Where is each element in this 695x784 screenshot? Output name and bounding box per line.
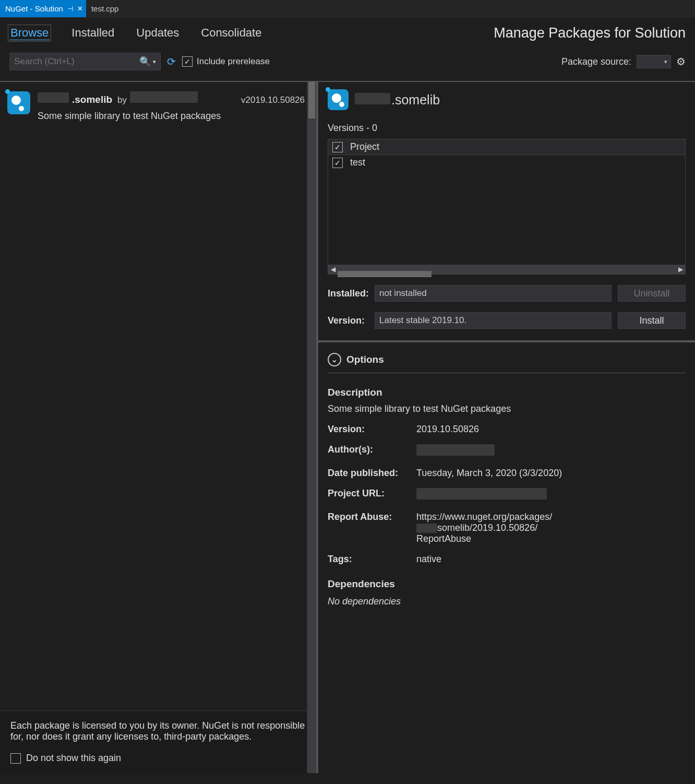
meta-abuse-link[interactable]: https://www.nuget.org/packages/ somelib/… (416, 512, 686, 544)
tab-test-cpp[interactable]: test.cpp (86, 0, 124, 17)
redacted-author (130, 91, 198, 103)
uninstall-button[interactable]: Uninstall (618, 285, 686, 302)
select-all-checkbox[interactable] (332, 142, 343, 152)
options-expander[interactable]: ⌄ Options (328, 353, 686, 366)
package-detail-pane: .somelib Versions - 0 Project test ◀ ▶ I… (318, 82, 695, 773)
search-input[interactable]: 🔍 ▾ (9, 53, 161, 70)
project-table: Project test ◀ ▶ (328, 139, 686, 275)
dont-show-label: Do not show this again (26, 753, 121, 764)
description-text: Some simple library to test NuGet packag… (328, 403, 686, 414)
checkbox-icon[interactable] (182, 56, 193, 67)
close-icon[interactable]: ✕ (77, 5, 83, 13)
meta-tags-key: Tags: (328, 554, 416, 565)
package-icon (328, 89, 349, 110)
package-item[interactable]: .somelib by v2019.10.50826 Some simple l… (0, 82, 312, 131)
license-text: Each package is licensed to you by its o… (10, 720, 306, 742)
tab-label: test.cpp (91, 4, 119, 13)
dependencies-heading: Dependencies (328, 578, 686, 590)
nav-consolidate[interactable]: Consolidate (201, 26, 261, 40)
project-checkbox[interactable] (332, 158, 343, 168)
options-label: Options (346, 354, 384, 365)
detail-header: .somelib (328, 89, 686, 110)
meta-authors-value (416, 444, 686, 458)
project-name: test (350, 157, 365, 168)
meta-date-value: Tuesday, March 3, 2020 (3/3/2020) (416, 468, 686, 479)
installed-label: Installed: (328, 288, 368, 299)
package-list: .somelib by v2019.10.50826 Some simple l… (0, 82, 312, 710)
search-icon[interactable]: 🔍 (139, 56, 151, 67)
version-dropdown[interactable]: Latest stable 2019.10. (375, 312, 612, 329)
prerelease-checkbox[interactable]: Include prerelease (182, 56, 270, 67)
page-title: Manage Packages for Solution (494, 25, 686, 41)
scroll-left-icon[interactable]: ◀ (328, 266, 338, 273)
scrollbar[interactable] (307, 82, 316, 773)
gear-icon[interactable]: ⚙ (676, 55, 686, 68)
package-name: .somelib (72, 94, 112, 105)
meta-authors-key: Author(s): (328, 444, 416, 458)
project-row[interactable]: test (328, 155, 685, 170)
main-split: .somelib by v2019.10.50826 Some simple l… (0, 82, 695, 773)
package-description: Some simple library to test NuGet packag… (38, 111, 305, 122)
meta-date-key: Date published: (328, 468, 416, 479)
meta-abuse-key: Report Abuse: (328, 512, 416, 544)
checkbox-icon[interactable] (10, 753, 21, 764)
license-notice: Each package is licensed to you by its o… (0, 710, 316, 773)
meta-version-value: 2019.10.50826 (416, 424, 686, 435)
horizontal-scrollbar[interactable]: ◀ ▶ (328, 265, 685, 274)
dont-show-checkbox[interactable]: Do not show this again (10, 753, 306, 764)
package-source-label: Package source: (561, 56, 631, 67)
nav-installed[interactable]: Installed (71, 26, 114, 40)
package-version: v2019.10.50826 (241, 95, 305, 105)
meta-projecturl-value[interactable] (416, 488, 686, 502)
search-field[interactable] (14, 56, 139, 67)
prerelease-label: Include prerelease (197, 56, 270, 67)
meta-tags-value: native (416, 554, 686, 565)
redacted-prefix (38, 92, 69, 103)
package-source-dropdown[interactable]: ▾ (637, 55, 671, 68)
package-list-pane: .somelib by v2019.10.50826 Some simple l… (0, 82, 318, 773)
toolbar: Browse Installed Updates Consolidate Man… (0, 18, 695, 76)
versions-label: Versions - 0 (328, 123, 686, 134)
redacted-prefix (355, 93, 390, 104)
scroll-right-icon[interactable]: ▶ (676, 266, 685, 273)
package-icon (7, 91, 30, 114)
tab-label: NuGet - Solution (5, 4, 63, 13)
detail-title: .somelib (355, 92, 440, 108)
meta-projecturl-key: Project URL: (328, 488, 416, 502)
by-label: by (117, 95, 127, 105)
nav-updates[interactable]: Updates (136, 26, 179, 40)
version-label: Version: (328, 315, 368, 326)
description-heading: Description (328, 387, 686, 398)
meta-version-key: Version: (328, 424, 416, 435)
project-header-label: Project (350, 141, 379, 152)
thin-divider (328, 373, 686, 373)
installed-value: not installed (375, 285, 612, 302)
detail-splitter[interactable] (318, 340, 695, 342)
project-header-row[interactable]: Project (328, 139, 685, 155)
nav-browse[interactable]: Browse (9, 26, 50, 40)
pin-icon[interactable]: ⊣ (67, 5, 73, 13)
refresh-icon[interactable]: ⟳ (167, 56, 176, 67)
tab-nuget-solution[interactable]: NuGet - Solution ⊣ ✕ (0, 0, 86, 17)
nav-tabs: Browse Installed Updates Consolidate (9, 26, 261, 40)
search-dropdown-icon[interactable]: ▾ (153, 58, 156, 65)
document-tabs: NuGet - Solution ⊣ ✕ test.cpp (0, 0, 695, 18)
chevron-down-icon[interactable]: ⌄ (328, 353, 341, 366)
no-dependencies: No dependencies (328, 596, 686, 607)
install-button[interactable]: Install (618, 312, 686, 329)
